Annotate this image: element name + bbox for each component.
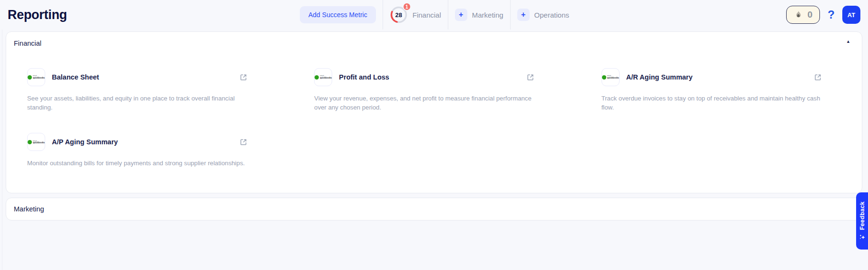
- section-marketing-title: Marketing: [14, 205, 854, 213]
- tab-marketing[interactable]: + Marketing: [455, 9, 503, 21]
- tab-financial[interactable]: 28 1 Financial: [390, 6, 441, 24]
- external-link-icon[interactable]: [526, 73, 534, 81]
- help-icon[interactable]: ?: [828, 9, 835, 20]
- external-link-icon[interactable]: [239, 138, 247, 146]
- reporting-page: { "header": { "title": "Reporting", "add…: [0, 0, 868, 270]
- tab-marketing-label: Marketing: [472, 11, 503, 19]
- header-divider: [510, 0, 511, 30]
- main-content: Financial ▲ intuitquickbooks Balance She…: [0, 30, 868, 220]
- avatar[interactable]: AT: [842, 6, 860, 24]
- qb-text-quickbooks: quickbooks: [320, 77, 332, 80]
- report-title: Balance Sheet: [52, 73, 99, 81]
- header-center: Add Success Metric 28 1 Financial + Mark…: [300, 0, 569, 30]
- report-card-ar-aging-summary[interactable]: intuitquickbooks A/R Aging Summary Track…: [602, 68, 841, 112]
- page-title: Reporting: [8, 8, 67, 22]
- qb-text-quickbooks: quickbooks: [33, 77, 45, 80]
- tab-financial-label: Financial: [413, 11, 441, 19]
- page-header: Reporting Add Success Metric 28 1 Financ…: [0, 0, 868, 30]
- report-card-ap-aging-summary[interactable]: intuitquickbooks A/P Aging Summary Monit…: [27, 133, 266, 168]
- qb-text-quickbooks: quickbooks: [607, 77, 619, 80]
- report-description: See your assets, liabilities, and equity…: [27, 94, 266, 112]
- report-title: Profit and Loss: [339, 73, 389, 81]
- external-link-icon[interactable]: [814, 73, 822, 81]
- quickbooks-dot-icon: [315, 75, 319, 80]
- report-description: Monitor outstanding bills for timely pay…: [27, 159, 266, 168]
- flame-icon: [794, 10, 803, 20]
- tab-operations[interactable]: + Operations: [517, 9, 569, 21]
- add-marketing-button[interactable]: +: [455, 9, 467, 21]
- external-link-icon[interactable]: [239, 73, 247, 81]
- financial-progress-ring: 28 1: [390, 6, 408, 24]
- quickbooks-logo: intuitquickbooks: [602, 68, 620, 86]
- tab-operations-label: Operations: [534, 11, 569, 19]
- section-financial: Financial ▲ intuitquickbooks Balance She…: [6, 31, 862, 193]
- feedback-button[interactable]: Feedback: [856, 192, 868, 250]
- streak-count: 0: [808, 10, 813, 20]
- quickbooks-logo: intuitquickbooks: [27, 133, 45, 151]
- quickbooks-dot-icon: [602, 75, 606, 80]
- header-divider: [448, 0, 448, 30]
- report-card-profit-and-loss[interactable]: intuitquickbooks Profit and Loss View yo…: [314, 68, 553, 112]
- quickbooks-dot-icon: [28, 140, 32, 144]
- collapse-caret-icon[interactable]: ▲: [846, 39, 850, 44]
- sparkles-icon: [859, 234, 866, 240]
- report-description: Track overdue invoices to stay on top of…: [602, 94, 841, 112]
- notification-badge: 1: [403, 2, 411, 11]
- report-description: View your revenue, expenses, and net pro…: [314, 94, 553, 112]
- header-right: 0 ? AT: [786, 6, 860, 24]
- quickbooks-dot-icon: [28, 75, 32, 80]
- quickbooks-logo: intuitquickbooks: [27, 68, 45, 86]
- content-left-divider: [2, 30, 2, 270]
- report-title: A/R Aging Summary: [626, 73, 693, 81]
- report-title: A/P Aging Summary: [52, 138, 118, 146]
- report-card-balance-sheet[interactable]: intuitquickbooks Balance Sheet See your …: [27, 68, 266, 112]
- reports-grid: intuitquickbooks Balance Sheet See your …: [27, 68, 841, 168]
- section-marketing[interactable]: Marketing: [6, 198, 862, 220]
- header-divider: [383, 0, 383, 30]
- feedback-label: Feedback: [859, 201, 866, 230]
- add-success-metric-button[interactable]: Add Success Metric: [300, 6, 376, 23]
- qb-text-quickbooks: quickbooks: [33, 142, 45, 144]
- quickbooks-logo: intuitquickbooks: [314, 68, 332, 86]
- streak-counter[interactable]: 0: [786, 6, 820, 24]
- add-operations-button[interactable]: +: [517, 9, 530, 21]
- section-financial-title: Financial: [14, 40, 854, 47]
